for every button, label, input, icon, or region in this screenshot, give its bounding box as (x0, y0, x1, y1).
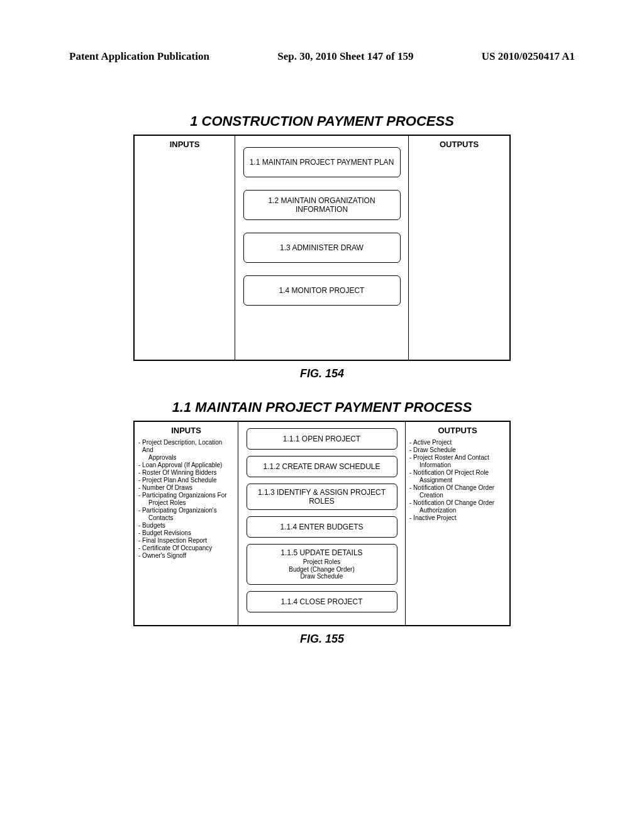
process-title: 1.1.3 IDENTIFY & ASSIGN PROJECT ROLES (251, 488, 393, 506)
fig155-process-col: 1.1.1 OPEN PROJECT1.1.2 CREATE DRAW SCHE… (238, 422, 406, 625)
fig155-inputs-header: INPUTS (138, 426, 234, 435)
fig155-outputs-col: OUTPUTS Active ProjectDraw ScheduleProje… (406, 422, 509, 625)
io-item: Project Description, Location And (138, 439, 234, 454)
process-box: 1.2 MAINTAIN ORGANIZATION INFORMATION (243, 190, 401, 220)
process-box: 1.1.2 CREATE DRAW SCHEDULE (247, 456, 397, 477)
process-box: 1.1.5 UPDATE DETAILSProject RolesBudget … (247, 544, 397, 585)
fig154-frame: INPUTS 1.1 MAINTAIN PROJECT PAYMENT PLAN… (133, 135, 511, 361)
header-left: Patent Application Publication (69, 50, 209, 63)
fig154-inputs-col: INPUTS (135, 136, 235, 360)
io-item: Contacts (143, 514, 234, 522)
io-item: Owner's Signoff (138, 552, 234, 560)
io-item: Certificate Of Occupancy (138, 545, 234, 552)
io-item: Creation (414, 492, 506, 499)
process-title: 1.1.2 CREATE DRAW SCHEDULE (263, 462, 380, 471)
process-title: 1.1.1 OPEN PROJECT (283, 434, 360, 443)
header-right: US 2010/0250417 A1 (482, 50, 575, 63)
process-box: 1.1.3 IDENTIFY & ASSIGN PROJECT ROLES (247, 484, 397, 510)
io-item: Participating Organizaions For (138, 492, 234, 499)
io-item: Budget Revisions (138, 529, 234, 537)
fig155-outputs-list: Active ProjectDraw ScheduleProject Roste… (409, 439, 506, 522)
io-item: Information (414, 462, 506, 469)
fig155-outputs-header: OUTPUTS (409, 426, 506, 435)
patent-page: Patent Application Publication Sep. 30, … (0, 0, 644, 830)
fig155-frame: INPUTS Project Description, Location And… (133, 421, 511, 626)
io-item: Budgets (138, 522, 234, 529)
page-header: Patent Application Publication Sep. 30, … (69, 50, 575, 63)
io-item: Loan Approval (If Applicable) (138, 462, 234, 469)
io-item: Notification Of Project Role (409, 469, 506, 477)
process-sublines: Project RolesBudget (Change Order)Draw S… (289, 558, 355, 580)
fig155-inputs-col: INPUTS Project Description, Location And… (135, 422, 238, 625)
process-box: 1.1.4 ENTER BUDGETS (247, 516, 397, 538)
io-item: Active Project (409, 439, 506, 446)
process-title: 1.1.4 ENTER BUDGETS (280, 523, 363, 531)
process-box: 1.1.1 OPEN PROJECT (247, 428, 397, 450)
process-box: 1.1 MAINTAIN PROJECT PAYMENT PLAN (243, 147, 401, 177)
fig155-caption: FIG. 155 (69, 633, 575, 646)
io-item: Project Roles (143, 499, 234, 507)
header-center: Sep. 30, 2010 Sheet 147 of 159 (277, 50, 413, 63)
process-title: 1.1.5 UPDATE DETAILS (280, 548, 362, 557)
process-box: 1.3 ADMINISTER DRAW (243, 233, 401, 263)
fig154-inputs-header: INPUTS (138, 140, 231, 149)
io-item: Number Of Draws (138, 484, 234, 492)
io-item: Inactive Project (409, 514, 506, 522)
io-item: Roster Of Winning Bidders (138, 469, 234, 477)
io-item: Assignment (414, 477, 506, 484)
io-item: Draw Schedule (409, 446, 506, 454)
io-item: Final Inspection Report (138, 537, 234, 545)
io-item: Notification Of Change Order (409, 499, 506, 507)
fig154-caption: FIG. 154 (69, 367, 575, 380)
fig155-title: 1.1 MAINTAIN PROJECT PAYMENT PROCESS (69, 399, 575, 416)
process-box: 1.1.4 CLOSE PROJECT (247, 591, 397, 612)
io-item: Notification Of Change Order (409, 484, 506, 492)
io-item: Project Roster And Contact (409, 454, 506, 462)
fig154-outputs-col: OUTPUTS (409, 136, 509, 360)
fig154-title: 1 CONSTRUCTION PAYMENT PROCESS (69, 113, 575, 130)
io-item: Authorization (414, 507, 506, 514)
io-item: Participating Organizaion's (138, 507, 234, 514)
fig154-outputs-header: OUTPUTS (413, 140, 506, 149)
process-box: 1.4 MONITOR PROJECT (243, 275, 401, 306)
io-item: Project Plan And Schedule (138, 477, 234, 484)
fig154-process-col: 1.1 MAINTAIN PROJECT PAYMENT PLAN 1.2 MA… (235, 136, 409, 360)
fig155-inputs-list: Project Description, Location AndApprova… (138, 439, 234, 560)
process-title: 1.1.4 CLOSE PROJECT (280, 597, 362, 606)
io-item: Approvals (143, 454, 234, 462)
